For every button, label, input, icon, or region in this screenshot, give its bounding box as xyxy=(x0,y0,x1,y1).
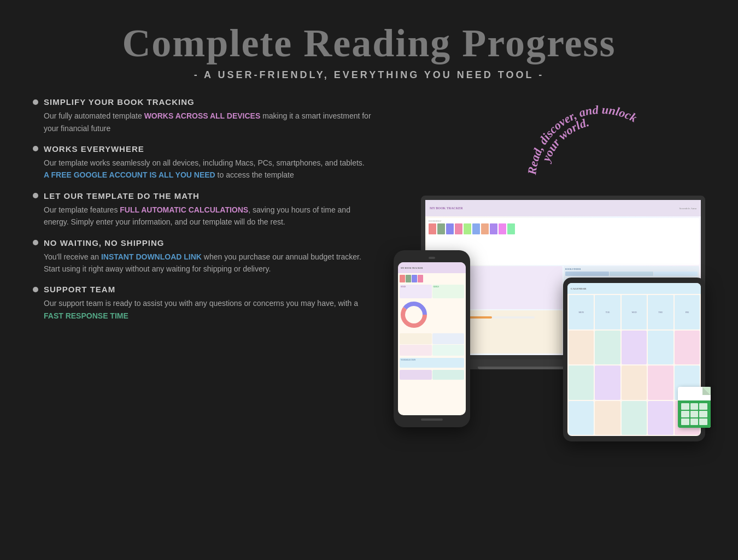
main-title: Complete Reading Progress xyxy=(33,22,705,65)
tablet-cell xyxy=(569,331,594,365)
laptop-topbar: MY BOOK TRACKER Serendele Anna xyxy=(425,200,701,216)
tablet-cell xyxy=(622,331,647,365)
feature-title-2: WORKS EVERYWHERE xyxy=(44,144,144,154)
tablet-cell xyxy=(622,366,647,400)
feature-bullet-5: SUPPORT TEAM xyxy=(33,285,372,294)
tablet-cell xyxy=(569,401,594,435)
bullet-dot-1 xyxy=(33,99,38,105)
highlight-1: WORKS ACROSS ALL DEVICES xyxy=(144,111,261,120)
feature-desc-4: You'll receive an INSTANT DOWNLOAD LINK … xyxy=(33,251,372,275)
phone-screen: MY BOOK TRACKER xyxy=(398,262,466,415)
phone-body: MY BOOK TRACKER xyxy=(394,250,470,427)
feature-bullet-2: WORKS EVERYWHERE xyxy=(33,144,372,154)
tablet-cell xyxy=(675,331,700,365)
google-sheets-icon xyxy=(678,387,716,431)
tablet-topbar: CALENDAR xyxy=(567,283,701,294)
phone-device: MY BOOK TRACKER xyxy=(394,250,470,427)
right-column: Read, discover, and unlock your world. xyxy=(394,97,705,452)
feature-works-everywhere: WORKS EVERYWHERE Our template works seam… xyxy=(33,144,372,181)
feature-bullet-1: SIMPLIFY YOUR BOOK TRACKING xyxy=(33,97,372,107)
header: Complete Reading Progress - A USER-FRIEN… xyxy=(33,22,705,81)
feature-desc-2: Our template works seamlessly on all dev… xyxy=(33,157,372,181)
bullet-dot-5 xyxy=(33,287,38,292)
bullet-dot-3 xyxy=(33,193,38,198)
main-content: SIMPLIFY YOUR BOOK TRACKING Our fully au… xyxy=(33,97,705,452)
tablet-cell xyxy=(622,401,647,435)
tablet-cell xyxy=(648,366,673,400)
tablet-row-1: MON TUE WED THU FRI xyxy=(569,295,700,329)
tablet-cell xyxy=(648,331,673,365)
feature-bullet-4: NO WAITING, NO SHIPPING xyxy=(33,238,372,247)
highlight-2: A FREE GOOGLE ACCOUNT IS ALL YOU NEED xyxy=(44,170,215,179)
highlight-4: INSTANT DOWNLOAD LINK xyxy=(101,252,202,261)
feature-desc-5: Our support team is ready to assist you … xyxy=(33,297,372,322)
feature-title-5: SUPPORT TEAM xyxy=(44,285,115,294)
highlight-3: FULL AUTOMATIC CALCULATIONS xyxy=(120,205,248,214)
phone-content: STATS GOALS xyxy=(398,273,466,415)
feature-title-4: NO WAITING, NO SHIPPING xyxy=(44,238,165,247)
feature-do-the-math: LET OUR TEMPLATE DO THE MATH Our templat… xyxy=(33,191,372,228)
tablet-cell xyxy=(648,401,673,435)
sheets-icon-body xyxy=(678,387,711,428)
tablet-row-2 xyxy=(569,331,700,365)
page-wrapper: Complete Reading Progress - A USER-FRIEN… xyxy=(0,0,738,560)
feature-simplify: SIMPLIFY YOUR BOOK TRACKING Our fully au… xyxy=(33,97,372,134)
tablet-cell xyxy=(595,366,620,400)
subtitle: - A USER-FRIENDLY, EVERYTHING YOU NEED T… xyxy=(33,69,705,81)
left-column: SIMPLIFY YOUR BOOK TRACKING Our fully au… xyxy=(33,97,372,452)
feature-no-waiting: NO WAITING, NO SHIPPING You'll receive a… xyxy=(33,238,372,275)
feature-title-1: SIMPLIFY YOUR BOOK TRACKING xyxy=(44,97,195,107)
feature-desc-3: Our template features FULL AUTOMATIC CAL… xyxy=(33,204,372,228)
feature-desc-1: Our fully automated template WORKS ACROS… xyxy=(33,110,372,134)
feature-bullet-3: LET OUR TEMPLATE DO THE MATH xyxy=(33,191,372,201)
tablet-cell xyxy=(595,401,620,435)
tablet-cell xyxy=(595,331,620,365)
highlight-5: FAST RESPONSE TIME xyxy=(44,311,128,320)
feature-support-team: SUPPORT TEAM Our support team is ready t… xyxy=(33,285,372,322)
feature-title-3: LET OUR TEMPLATE DO THE MATH xyxy=(44,191,200,201)
sheets-green-area xyxy=(678,400,711,428)
phone-topbar: MY BOOK TRACKER xyxy=(398,262,466,273)
tablet-cell xyxy=(569,366,594,400)
bullet-dot-4 xyxy=(33,240,38,245)
devices-container: MY BOOK TRACKER Serendele Anna BOOKSHELF xyxy=(394,141,705,452)
bullet-dot-2 xyxy=(33,146,38,151)
